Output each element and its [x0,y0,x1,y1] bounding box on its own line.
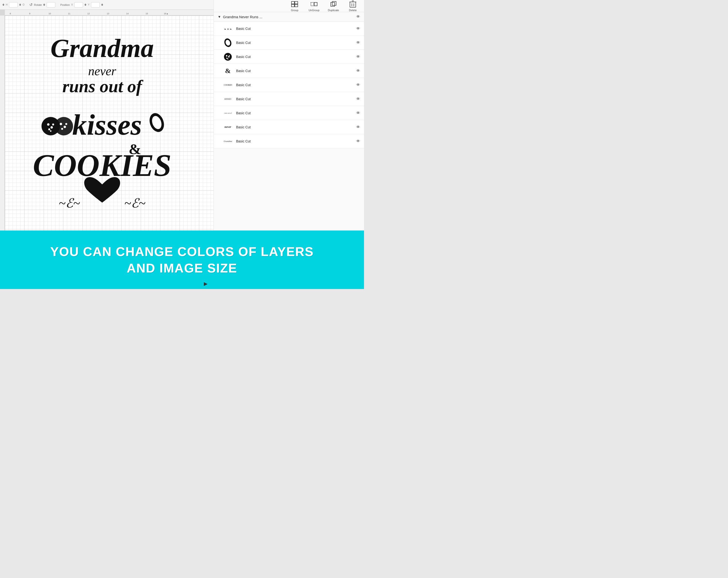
svg-point-8 [50,130,51,132]
ruler-mark-8: 8 [10,12,11,15]
ungroup-icon [310,0,318,8]
toolbar-rotate-group: H O [2,2,25,7]
o-stepper[interactable] [19,4,21,6]
rotate-stepper[interactable] [43,4,45,6]
group-icon [290,0,299,8]
group-visibility-icon[interactable]: 👁 [356,15,360,19]
group-title: Grandma Never Runs ... [223,15,356,19]
top-toolbar: H O ↺ Rotate Position X Y [0,0,213,10]
svg-point-42 [227,58,228,59]
svg-point-37 [224,53,232,61]
layer-eye-6[interactable]: 👁 [356,97,360,101]
layer-name-2: Basic Cut [236,41,356,45]
layer-item-4[interactable]: & Basic Cut 👁 [214,64,364,78]
toolbar-rotate-section: ↺ Rotate [29,2,55,7]
ruler-mark-9: 9 [29,12,30,15]
svg-rect-27 [331,2,335,6]
layer-name-9: Basic Cut [236,139,356,143]
svg-point-40 [227,57,228,59]
y-input[interactable] [91,2,100,7]
ungroup-label: UnGroup [309,9,319,11]
h-stepper[interactable] [2,4,4,6]
layer-thumb-7: runs out of [223,108,233,118]
svg-text:~ℰ~: ~ℰ~ [59,196,80,210]
ruler-mark-14: 14 [126,12,129,15]
layer-name-3: Basic Cut [236,55,356,59]
ruler-top: 8 9 10 11 12 13 14 15 16▲ [5,10,213,16]
delete-button[interactable]: Delete [345,0,360,11]
layer-eye-9[interactable]: 👁 [356,139,360,143]
svg-point-20 [65,123,67,125]
ruler-mark-16: 16▲ [164,12,168,15]
o-label: O [23,3,25,6]
ruler-mark-12: 12 [87,12,90,15]
layer-item-6[interactable]: KISSES Basic Cut 👁 [214,92,364,106]
layer-item-8[interactable]: never Basic Cut 👁 [214,120,364,134]
svg-point-6 [48,128,50,130]
svg-text:kisses: kisses [72,109,142,141]
group-button[interactable]: Group [287,0,302,11]
svg-point-19 [61,128,63,130]
group-label: Group [291,9,298,11]
svg-text:❧ ✦ ❧: ❧ ✦ ❧ [224,28,232,31]
kisses-thumb-text: KISSES [225,98,231,100]
y-stepper[interactable] [101,4,103,6]
canvas-grid[interactable]: Grandma never runs out of kisses & [5,16,213,231]
svg-point-39 [228,56,230,57]
layer-eye-3[interactable]: 👁 [356,55,360,59]
cookies-thumb-text: COOKIES [224,84,232,86]
layer-thumb-4: & [223,66,233,76]
duplicate-label: Duplicate [328,9,339,11]
grandma-thumb-text: Grandma [224,140,232,142]
banner-line-1: YOU CAN CHANGE COLORS OF LAYERS [50,244,314,259]
design-svg: Grandma never runs out of kisses & [32,30,173,215]
layer-name-5: Basic Cut [236,83,356,87]
ruler-left [0,16,5,231]
position-label: Position [60,3,70,6]
layer-thumb-5: COOKIES [223,80,233,90]
svg-text:~ℰ~: ~ℰ~ [124,196,145,210]
delete-icon [348,0,357,8]
duplicate-button[interactable]: Duplicate [326,0,341,11]
svg-rect-23 [291,4,294,7]
toolbar-position-group: Position X Y [60,2,103,7]
y-label: Y [88,3,89,6]
amp-symbol: & [225,67,231,75]
layer-item-7[interactable]: runs out of Basic Cut 👁 [214,106,364,120]
rotate-label: Rotate [34,3,42,6]
layer-group-header[interactable]: ▼ Grandma Never Runs ... 👁 [214,12,364,22]
svg-point-17 [60,123,62,125]
x-input[interactable] [74,2,83,7]
scroll-right-arrow[interactable]: ▶ [204,281,207,287]
layer-name-1: Basic Cut [236,27,356,31]
layer-eye-8[interactable]: 👁 [356,125,360,129]
layer-eye-5[interactable]: 👁 [356,83,360,87]
layer-item-9[interactable]: Grandma Basic Cut 👁 [214,134,364,148]
x-stepper[interactable] [84,4,86,6]
layer-item-3[interactable]: Basic Cut 👁 [214,50,364,64]
rotate-input[interactable] [47,2,55,7]
layer-thumb-8: never [223,122,233,132]
layer-item-1[interactable]: ❧ ✦ ❧ Basic Cut 👁 [214,22,364,36]
group-expand-arrow[interactable]: ▼ [218,15,221,19]
ungroup-button[interactable]: UnGroup [307,0,321,11]
layer-eye-2[interactable]: 👁 [356,41,360,45]
layer-name-6: Basic Cut [236,97,356,101]
svg-point-5 [50,126,53,129]
rotate-icon: ↺ [29,2,32,7]
svg-text:COOKIES: COOKIES [33,148,172,183]
layer-eye-1[interactable]: 👁 [356,26,360,31]
banner-line-2: AND IMAGE SIZE [127,261,237,275]
h-input[interactable] [9,2,18,7]
layer-eye-7[interactable]: 👁 [356,111,360,115]
ruler-mark-11: 11 [68,12,70,15]
svg-rect-28 [332,1,336,5]
never-thumb-text: never [225,125,231,129]
layer-item-5[interactable]: COOKIES Basic Cut 👁 [214,78,364,92]
svg-rect-29 [350,2,356,7]
svg-point-4 [47,123,50,126]
layer-item-2[interactable]: Basic Cut 👁 [214,36,364,50]
layer-eye-4[interactable]: 👁 [356,69,360,73]
delete-label: Delete [349,9,357,11]
right-toolbar: Group UnGroup Duplicate [214,0,364,12]
